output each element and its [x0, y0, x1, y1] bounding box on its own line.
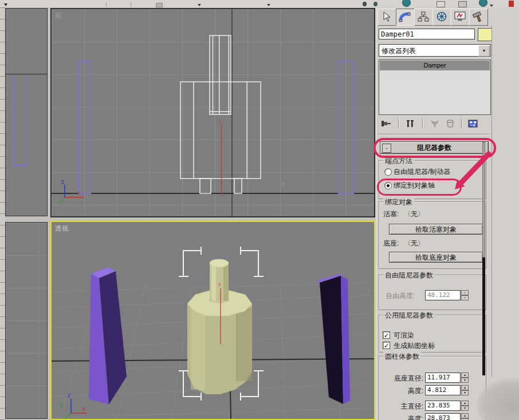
spinner-down-icon[interactable]: ▼ — [461, 378, 469, 383]
world-z-label: z — [282, 181, 285, 187]
separator — [378, 134, 490, 134]
pick-piston-button[interactable]: 拾取活塞对象 — [389, 224, 483, 235]
toolbar-fragment — [458, 1, 467, 7]
svg-text:x: x — [77, 190, 80, 196]
main-height-label: 高度: — [381, 414, 423, 420]
remove-modifier-icon[interactable] — [444, 118, 457, 129]
main-toolbar-clipped — [0, 0, 519, 8]
radio-free-damper-label[interactable]: 自由阻尼器/制动器 — [394, 167, 450, 177]
toolbar-fragment — [131, 2, 131, 7]
free-height-field[interactable]: 48.122 — [425, 290, 461, 300]
viewport-zone: 前 — [0, 7, 376, 420]
spinner-up-icon[interactable]: ▲ — [461, 290, 469, 295]
wireframe-slab-outline[interactable] — [13, 77, 27, 166]
piston-label: 活塞: — [383, 209, 399, 219]
slab-right-object[interactable] — [317, 275, 350, 404]
svg-text:x: x — [82, 406, 85, 412]
max-window: 前 — [0, 0, 519, 420]
tab-modify[interactable] — [396, 9, 415, 26]
flyout-arrow-icon — [198, 4, 201, 6]
command-panel: 修改器列表 ▼ Damper - 阻尼器参数 端点方法 自由 — [376, 7, 519, 420]
checkbox-mapping-coords[interactable]: ✓ — [383, 342, 390, 349]
separator — [461, 118, 462, 128]
modifier-stack-list[interactable]: Damper — [379, 60, 491, 115]
base-height-label: 高度: — [381, 386, 423, 396]
modifier-list-dropdown[interactable]: 修改器列表 ▼ — [379, 44, 491, 57]
modifier-stack-selected-row[interactable]: Damper — [380, 61, 490, 70]
stack-toolbar — [376, 117, 491, 130]
base-diameter-label: 底座直径: — [381, 374, 423, 383]
panel-scrollbar-track[interactable] — [482, 257, 485, 375]
toolbar-fragment — [106, 2, 107, 7]
toolbar-fragment — [373, 2, 378, 6]
flyout-arrow-icon — [267, 4, 270, 6]
damper-wireframe[interactable] — [180, 35, 261, 193]
slab-left-object[interactable] — [89, 267, 127, 405]
main-height-spinner[interactable]: ▲ ▼ — [461, 413, 469, 420]
viewport-front[interactable]: 前 — [50, 8, 375, 217]
object-color-swatch[interactable] — [478, 28, 492, 41]
spinner-down-icon[interactable]: ▼ — [461, 390, 469, 395]
damper-object[interactable] — [187, 259, 252, 394]
tab-motion[interactable] — [433, 9, 451, 26]
spinner-down-icon[interactable]: ▼ — [461, 406, 469, 411]
toolbar-fragment — [437, 1, 445, 7]
checkbox-mapping-coords-label[interactable]: 生成贴图坐标 — [394, 341, 435, 351]
checkbox-renderable-label[interactable]: 可渲染 — [394, 331, 414, 340]
viewport-left-top-clipped[interactable] — [5, 8, 48, 216]
slab-left-wireframe[interactable] — [78, 61, 91, 193]
free-height-spinner[interactable]: ▲ ▼ — [461, 290, 469, 300]
viewport-perspective-label[interactable]: 透视 — [55, 224, 69, 233]
radio-free-damper[interactable] — [384, 168, 392, 176]
svg-text:z: z — [219, 118, 222, 124]
group-title: 圆柱体参数 — [383, 352, 421, 362]
group-title: 绑定对象 — [383, 197, 414, 207]
group-title: 自由阻尼器参数 — [383, 271, 435, 280]
tab-create[interactable] — [378, 9, 396, 26]
separator — [422, 118, 423, 128]
spinner-up-icon[interactable]: ▲ — [461, 373, 469, 378]
purple-slab-wireframes[interactable] — [78, 61, 353, 193]
main-height-field[interactable]: 28.873 — [425, 413, 461, 420]
toolbar-fragment — [509, 1, 514, 7]
base-value: 〈无〉 — [404, 239, 424, 248]
modifier-list-label: 修改器列表 — [382, 46, 416, 56]
viewport-front-label[interactable]: 前 — [55, 11, 62, 21]
world-axis-line — [6, 74, 47, 74]
front-viewport-canvas: z z z x — [52, 9, 374, 216]
separator — [398, 118, 399, 128]
checkbox-renderable[interactable]: ✓ — [383, 331, 390, 339]
svg-text:z: z — [61, 179, 64, 185]
pin-stack-icon[interactable] — [380, 118, 392, 129]
slab-right-wireframe[interactable] — [339, 61, 353, 193]
base-diameter-spinner[interactable]: ▲ ▼ — [461, 373, 469, 383]
make-unique-icon[interactable] — [429, 118, 442, 129]
configure-modifier-sets-icon[interactable] — [467, 118, 479, 129]
free-height-label: 自由高度: — [386, 291, 415, 301]
base-height-field[interactable]: 4.812 — [425, 385, 461, 395]
viewport-left-bottom-clipped[interactable] — [5, 222, 48, 419]
piston-value: 〈无〉 — [404, 209, 424, 219]
spinner-down-icon[interactable]: ▼ — [461, 295, 469, 300]
toolbar-fragment — [363, 2, 367, 6]
base-diameter-field[interactable]: 11.917 — [425, 373, 461, 383]
object-name-input[interactable] — [379, 29, 475, 39]
base-height-spinner[interactable]: ▲ ▼ — [461, 385, 469, 395]
main-diameter-field[interactable]: 23.835 — [425, 401, 461, 411]
viewport-perspective[interactable]: 透视 — [50, 221, 375, 420]
spinner-up-icon[interactable]: ▲ — [461, 385, 469, 390]
spinner-up-icon[interactable]: ▲ — [461, 401, 469, 406]
tab-utilities[interactable] — [469, 9, 488, 26]
tab-display[interactable] — [451, 9, 470, 26]
toolbar-fragment — [479, 0, 487, 7]
spinner-up-icon[interactable]: ▲ — [461, 413, 469, 418]
chevron-down-icon[interactable]: ▼ — [478, 45, 490, 57]
viewport-axis-tripod: z x — [59, 179, 84, 204]
annotation-arrow — [445, 145, 502, 202]
svg-text:z: z — [68, 392, 70, 398]
show-end-result-icon[interactable] — [404, 118, 416, 129]
tab-hierarchy[interactable] — [414, 9, 433, 26]
pick-base-button[interactable]: 拾取底座对象 — [389, 252, 483, 263]
main-diameter-spinner[interactable]: ▲ ▼ — [461, 401, 469, 411]
base-label: 底座: — [383, 239, 399, 248]
